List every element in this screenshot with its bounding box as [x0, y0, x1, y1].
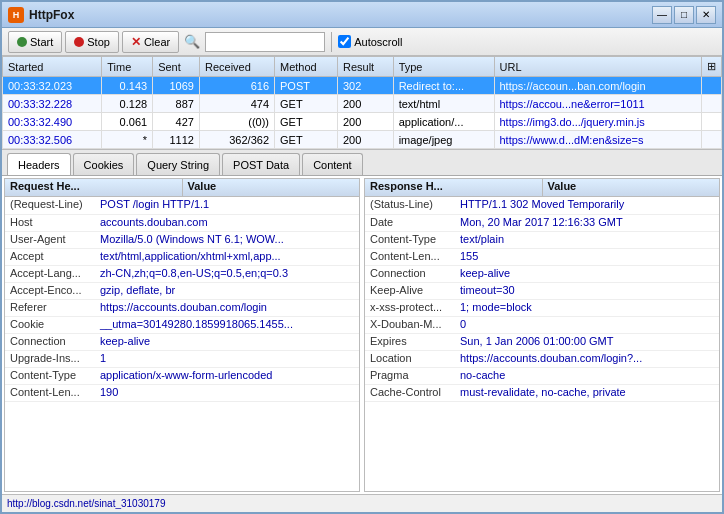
left-pane-header: Request He... Value — [5, 179, 359, 197]
detail-name: Host — [5, 214, 95, 231]
table-cell: https://img3.do.../jquery.min.js — [494, 113, 702, 131]
search-input[interactable] — [205, 32, 325, 52]
detail-name: Connection — [5, 333, 95, 350]
table-row[interactable]: 00:33:32.0230.1431069616 POST302Redirect… — [3, 77, 722, 95]
detail-name: Connection — [365, 265, 455, 282]
detail-value: https://accounts.douban.com/login — [95, 299, 359, 316]
right-pane-header: Response H... Value — [365, 179, 719, 197]
request-table-container: Started Time Sent Received Method Result… — [2, 56, 722, 150]
left-header-name: Request He... — [5, 179, 183, 196]
detail-row: Pragmano-cache — [365, 367, 719, 384]
table-cell: ((0)) — [199, 113, 274, 131]
table-cell: Redirect to:... — [393, 77, 494, 95]
detail-row: Content-Len...190 — [5, 384, 359, 401]
table-cell: 0.143 — [102, 77, 153, 95]
detail-name: Cache-Control — [365, 384, 455, 401]
col-header-url: URL — [494, 57, 702, 77]
detail-value: timeout=30 — [455, 282, 719, 299]
col-header-sent: Sent — [153, 57, 200, 77]
left-detail-table: (Request-Line)POST /login HTTP/1.1Hostac… — [5, 197, 359, 402]
detail-value: 1 — [95, 350, 359, 367]
close-button[interactable]: ✕ — [696, 6, 716, 24]
table-cell-empty — [702, 77, 722, 95]
detail-row: (Status-Line)HTTP/1.1 302 Moved Temporar… — [365, 197, 719, 214]
tab-headers[interactable]: Headers — [7, 153, 71, 175]
detail-row: Content-Typeapplication/x-www-form-urlen… — [5, 367, 359, 384]
start-button[interactable]: Start — [8, 31, 62, 53]
detail-row: Accepttext/html,application/xhtml+xml,ap… — [5, 248, 359, 265]
detail-name: Accept-Enco... — [5, 282, 95, 299]
maximize-button[interactable]: □ — [674, 6, 694, 24]
table-cell: application/... — [393, 113, 494, 131]
stop-icon — [74, 37, 84, 47]
clear-button[interactable]: ✕ Clear — [122, 31, 179, 53]
table-row[interactable]: 00:33:32.2280.128887474 GET200text/htmlh… — [3, 95, 722, 113]
detail-row: Locationhttps://accounts.douban.com/logi… — [365, 350, 719, 367]
left-pane-content[interactable]: (Request-Line)POST /login HTTP/1.1Hostac… — [5, 197, 359, 491]
right-detail-table: (Status-Line)HTTP/1.1 302 Moved Temporar… — [365, 197, 719, 402]
col-header-icon: ⊞ — [702, 57, 722, 77]
detail-value: Sun, 1 Jan 2006 01:00:00 GMT — [455, 333, 719, 350]
table-cell: 362/362 — [199, 131, 274, 149]
detail-container: Request He... Value (Request-Line)POST /… — [2, 176, 722, 494]
detail-name: Location — [365, 350, 455, 367]
table-cell: 1112 — [153, 131, 200, 149]
left-detail-pane: Request He... Value (Request-Line)POST /… — [4, 178, 360, 492]
detail-name: Keep-Alive — [365, 282, 455, 299]
detail-value: Mon, 20 Mar 2017 12:16:33 GMT — [455, 214, 719, 231]
detail-row: x-xss-protect...1; mode=block — [365, 299, 719, 316]
detail-value: 0 — [455, 316, 719, 333]
table-cell: 200 — [337, 95, 393, 113]
autoscroll-label-text: Autoscroll — [354, 36, 402, 48]
table-cell: POST — [275, 77, 338, 95]
detail-value: zh-CN,zh;q=0.8,en-US;q=0.5,en;q=0.3 — [95, 265, 359, 282]
table-cell: 427 — [153, 113, 200, 131]
table-cell: https://www.d...dM:en&size=s — [494, 131, 702, 149]
table-cell: 887 — [153, 95, 200, 113]
tab-cookies[interactable]: Cookies — [73, 153, 135, 175]
detail-value: Mozilla/5.0 (Windows NT 6.1; WOW... — [95, 231, 359, 248]
table-cell-empty — [702, 95, 722, 113]
table-cell: 00:33:32.228 — [3, 95, 102, 113]
right-pane-content[interactable]: (Status-Line)HTTP/1.1 302 Moved Temporar… — [365, 197, 719, 491]
table-cell: text/html — [393, 95, 494, 113]
detail-name: X-Douban-M... — [365, 316, 455, 333]
detail-row: (Request-Line)POST /login HTTP/1.1 — [5, 197, 359, 214]
tab-post-data[interactable]: POST Data — [222, 153, 300, 175]
detail-name: User-Agent — [5, 231, 95, 248]
autoscroll-checkbox[interactable] — [338, 35, 351, 48]
table-cell: 200 — [337, 131, 393, 149]
table-cell: 616 — [199, 77, 274, 95]
minimize-button[interactable]: — — [652, 6, 672, 24]
left-header-value: Value — [183, 179, 360, 196]
detail-value: HTTP/1.1 302 Moved Temporarily — [455, 197, 719, 214]
tab-content[interactable]: Content — [302, 153, 363, 175]
table-row[interactable]: 00:33:32.4900.061427((0)) GET200applicat… — [3, 113, 722, 131]
detail-name: Content-Len... — [365, 248, 455, 265]
table-cell: https://accou...ne&error=1011 — [494, 95, 702, 113]
table-row[interactable]: 00:33:32.506*1112362/362 GET200image/jpe… — [3, 131, 722, 149]
detail-name: Content-Type — [5, 367, 95, 384]
detail-row: Connectionkeep-alive — [365, 265, 719, 282]
right-detail-pane: Response H... Value (Status-Line)HTTP/1.… — [364, 178, 720, 492]
title-bar: H HttpFox — □ ✕ — [2, 2, 722, 28]
detail-value: keep-alive — [455, 265, 719, 282]
table-cell: 200 — [337, 113, 393, 131]
stop-button[interactable]: Stop — [65, 31, 119, 53]
table-cell: GET — [275, 113, 338, 131]
separator — [331, 32, 332, 52]
table-cell: 00:33:32.506 — [3, 131, 102, 149]
detail-row: Cache-Controlmust-revalidate, no-cache, … — [365, 384, 719, 401]
tab-query-string[interactable]: Query String — [136, 153, 220, 175]
col-header-received: Received — [199, 57, 274, 77]
clear-icon: ✕ — [131, 35, 141, 49]
autoscroll-checkbox-label[interactable]: Autoscroll — [338, 35, 402, 48]
detail-value: gzip, deflate, br — [95, 282, 359, 299]
detail-row: X-Douban-M...0 — [365, 316, 719, 333]
detail-name: (Request-Line) — [5, 197, 95, 214]
detail-name: Upgrade-Ins... — [5, 350, 95, 367]
table-cell: GET — [275, 131, 338, 149]
detail-row: Hostaccounts.douban.com — [5, 214, 359, 231]
detail-name: Referer — [5, 299, 95, 316]
app-window: H HttpFox — □ ✕ Start Stop ✕ Clear 🔍 Aut… — [0, 0, 724, 514]
